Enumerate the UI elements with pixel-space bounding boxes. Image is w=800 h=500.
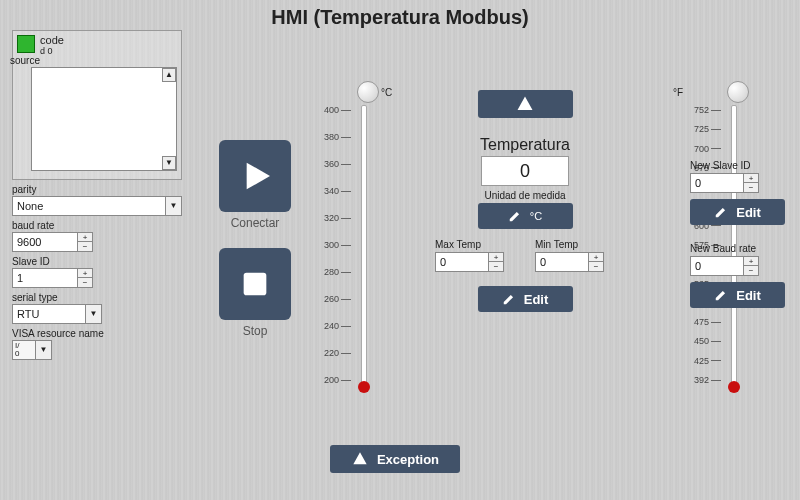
min-temp-stepper[interactable]: +−	[589, 252, 604, 272]
edit-temp-button[interactable]: Edit	[478, 286, 573, 312]
config-panel: code d 0 source ▲ ▼ parity None ▼ baud r…	[12, 30, 182, 360]
chevron-down-icon[interactable]: ▼	[165, 197, 181, 215]
scale-tick: 320	[315, 213, 357, 223]
connect-label: Conectar	[215, 216, 295, 230]
chevron-down-icon[interactable]: ▼	[85, 305, 101, 323]
scale-tick: 260	[315, 294, 357, 304]
slave-input[interactable]: 1	[12, 268, 78, 288]
svg-rect-0	[244, 273, 267, 296]
max-temp-input[interactable]: 0	[435, 252, 489, 272]
scale-tick: 220	[315, 348, 357, 358]
scale-tick: 400	[315, 105, 357, 115]
knob-icon[interactable]	[357, 81, 379, 103]
exception-button[interactable]: Exception	[330, 445, 460, 473]
serial-select[interactable]: RTU ▼	[12, 304, 102, 324]
thermometer-tube	[361, 105, 367, 385]
control-buttons: Conectar Stop	[215, 140, 295, 338]
scale-tick: 240	[315, 321, 357, 331]
source-label: source	[10, 55, 40, 66]
error-source-cluster: code d 0 source ▲ ▼	[12, 30, 182, 180]
new-baud-label: New Baud rate	[690, 243, 785, 254]
new-baud-input[interactable]: 0	[690, 256, 744, 276]
visa-label: VISA resource name	[12, 328, 182, 339]
unit-button[interactable]: °C	[478, 203, 573, 229]
scale-tick: 475	[685, 317, 727, 327]
scale-tick: 340	[315, 186, 357, 196]
serial-label: serial type	[12, 292, 182, 303]
parity-label: parity	[12, 184, 182, 195]
scale-tick: 360	[315, 159, 357, 169]
write-settings-panel: New Slave ID 0 +− Edit New Baud rate 0 +…	[690, 160, 785, 310]
unit-c-label: °C	[381, 87, 392, 98]
parity-select[interactable]: None ▼	[12, 196, 182, 216]
stop-button[interactable]	[219, 248, 291, 320]
slave-label: Slave ID	[12, 256, 182, 267]
scale-tick: 752	[685, 105, 727, 115]
chevron-down-icon[interactable]: ▼	[35, 341, 51, 359]
connect-button[interactable]	[219, 140, 291, 212]
unit-label: Unidad de medida	[425, 190, 625, 201]
edit-baud-button[interactable]: Edit	[690, 282, 785, 308]
scale-tick: 280	[315, 267, 357, 277]
scale-tick: 392	[685, 375, 727, 385]
scale-tick: 300	[315, 240, 357, 250]
scale-tick: 200	[315, 375, 357, 385]
min-temp-input[interactable]: 0	[535, 252, 589, 272]
slave-stepper[interactable]: +−	[78, 268, 93, 288]
scale-tick: 425	[685, 356, 727, 366]
thermometer-bulb	[358, 381, 370, 393]
scale-tick: 700	[685, 144, 727, 154]
knob-icon[interactable]	[727, 81, 749, 103]
unit-f-label: °F	[673, 87, 683, 98]
page-title: HMI (Temperatura Modbus)	[0, 6, 800, 29]
temperature-cluster: Temperatura 0 Unidad de medida °C Max Te…	[425, 90, 625, 314]
baud-input[interactable]: 9600	[12, 232, 78, 252]
scroll-down-icon[interactable]: ▼	[162, 156, 176, 170]
scroll-up-icon[interactable]: ▲	[162, 68, 176, 82]
status-indicator	[17, 35, 35, 53]
thermometer-bulb	[728, 381, 740, 393]
warning-icon	[351, 451, 369, 467]
warning-indicator	[478, 90, 573, 118]
scale-tick: 380	[315, 132, 357, 142]
new-slave-input[interactable]: 0	[690, 173, 744, 193]
pencil-icon	[714, 288, 728, 302]
code-field: code d 0	[40, 35, 64, 56]
scale-tick: 725	[685, 124, 727, 134]
max-temp-stepper[interactable]: +−	[489, 252, 504, 272]
max-temp-label: Max Temp	[435, 239, 515, 250]
visa-resource-picker[interactable]: I/0 ▼	[12, 340, 52, 360]
stop-label: Stop	[215, 324, 295, 338]
new-slave-label: New Slave ID	[690, 160, 785, 171]
pencil-icon	[714, 205, 728, 219]
min-temp-label: Min Temp	[535, 239, 615, 250]
scale-tick: 450	[685, 336, 727, 346]
edit-slave-button[interactable]: Edit	[690, 199, 785, 225]
pencil-icon	[508, 209, 522, 223]
new-baud-stepper[interactable]: +−	[744, 256, 759, 276]
baud-label: baud rate	[12, 220, 182, 231]
baud-stepper[interactable]: +−	[78, 232, 93, 252]
source-textarea[interactable]: ▲ ▼	[31, 67, 177, 171]
new-slave-stepper[interactable]: +−	[744, 173, 759, 193]
temperature-value: 0	[481, 156, 569, 186]
temperature-label: Temperatura	[425, 136, 625, 154]
pencil-icon	[502, 292, 516, 306]
